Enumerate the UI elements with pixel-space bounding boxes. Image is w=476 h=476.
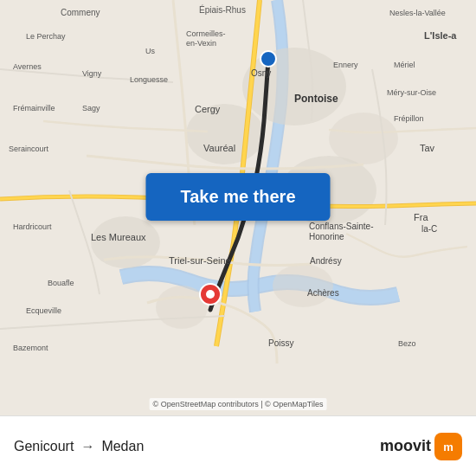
svg-text:Ennery: Ennery	[333, 61, 358, 69]
svg-text:Seraincourt: Seraincourt	[9, 145, 49, 153]
moovit-text: moovit	[380, 437, 431, 455]
svg-text:Vauréal: Vauréal	[203, 143, 235, 153]
svg-text:Épiais-Rhus: Épiais-Rhus	[199, 4, 246, 15]
svg-text:Sagy: Sagy	[82, 104, 100, 113]
svg-text:Frémainville: Frémainville	[13, 104, 55, 113]
svg-text:Les Mureaux: Les Mureaux	[91, 232, 146, 242]
svg-text:Avernes: Avernes	[13, 62, 42, 71]
svg-point-6	[273, 264, 333, 307]
svg-text:Achères: Achères	[307, 288, 339, 298]
svg-text:Andrésy: Andrésy	[310, 256, 342, 266]
svg-text:Fra: Fra	[414, 212, 428, 222]
svg-point-48	[206, 290, 215, 299]
svg-text:Us: Us	[145, 47, 155, 55]
svg-text:Bezo: Bezo	[398, 339, 416, 348]
svg-point-46	[261, 51, 276, 67]
svg-text:Honorine: Honorine	[309, 232, 344, 241]
svg-text:Le Perchay: Le Perchay	[26, 32, 66, 41]
origin-label: Genicourt	[14, 439, 74, 454]
svg-text:Frépillon: Frépillon	[394, 114, 424, 123]
moovit-logo: moovit m	[380, 433, 462, 460]
svg-text:L'Isle-a: L'Isle-a	[424, 30, 457, 41]
svg-text:Commeny: Commeny	[61, 8, 100, 17]
svg-text:Pontoise: Pontoise	[294, 93, 338, 105]
svg-text:Méry-sur-Oise: Méry-sur-Oise	[387, 88, 436, 97]
map-container: Commeny Épiais-Rhus Nesles-la-Vallée L'I…	[0, 0, 476, 415]
svg-text:Ecqueville: Ecqueville	[26, 306, 61, 315]
route-labels: Genicourt → Medan	[14, 439, 370, 454]
route-info: Genicourt → Medan	[14, 439, 370, 454]
svg-text:Mériel: Mériel	[394, 61, 415, 69]
svg-text:la-C: la-C	[421, 224, 437, 234]
svg-text:Bazemont: Bazemont	[13, 344, 48, 352]
destination-label: Medan	[101, 439, 144, 454]
take-me-there-button[interactable]: Take me there	[145, 173, 330, 221]
map-attribution: © OpenStreetMap contributors | © OpenMap…	[150, 398, 327, 410]
svg-text:Conflans-Sainte-: Conflans-Sainte-	[309, 222, 373, 231]
svg-text:en-Vexin: en-Vexin	[186, 39, 216, 48]
moovit-icon: m	[434, 433, 462, 460]
svg-text:Cergy: Cergy	[195, 104, 221, 114]
svg-text:Bouafle: Bouafle	[48, 279, 74, 287]
svg-text:Longuesse: Longuesse	[130, 75, 168, 84]
svg-text:Osny: Osny	[251, 68, 271, 78]
arrow-icon: →	[80, 439, 94, 454]
bottom-bar: Genicourt → Medan moovit m	[0, 415, 476, 476]
svg-text:Cormeilles-: Cormeilles-	[186, 29, 226, 38]
svg-point-1	[242, 48, 346, 125]
svg-point-3	[91, 216, 160, 268]
svg-text:Tav: Tav	[420, 143, 435, 153]
svg-text:Hardricourt: Hardricourt	[13, 222, 52, 231]
svg-point-7	[329, 113, 398, 164]
svg-text:Poissy: Poissy	[268, 338, 293, 348]
svg-text:m: m	[443, 441, 453, 453]
svg-text:Vigny: Vigny	[82, 69, 102, 78]
svg-text:Triel-sur-Seine: Triel-sur-Seine	[169, 255, 231, 266]
svg-text:Nesles-la-Vallée: Nesles-la-Vallée	[389, 9, 446, 17]
